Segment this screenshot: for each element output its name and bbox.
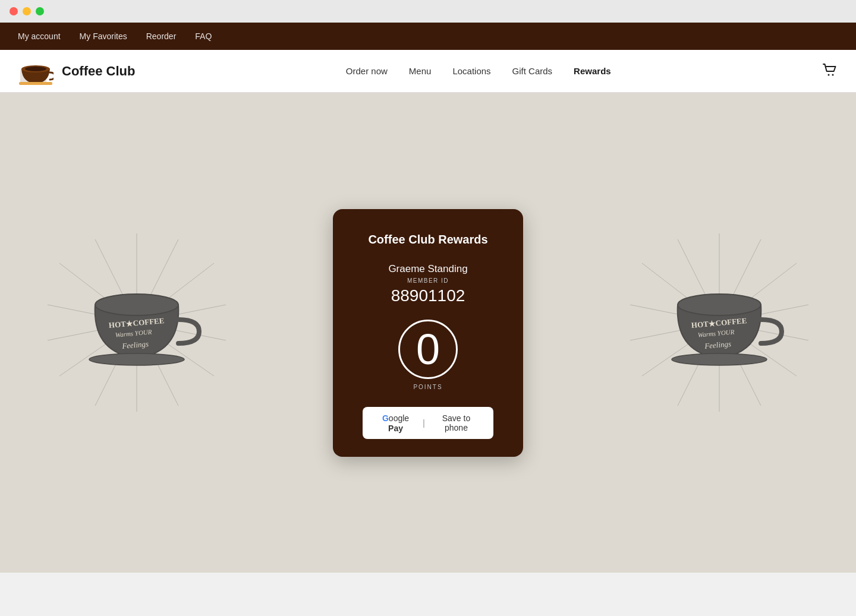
coffee-decoration-right: HOT★COFFEE Warms YOUR Feelings (618, 222, 820, 424)
nav-order-now[interactable]: Order now (346, 66, 388, 76)
top-nav-my-favorites[interactable]: My Favorites (80, 31, 127, 41)
points-label: POINTS (413, 384, 442, 390)
points-value: 0 (398, 320, 458, 379)
save-to-phone-button[interactable]: Google Pay | Save to phone (363, 407, 493, 439)
top-nav: My account My Favorites Reorder FAQ (0, 23, 856, 50)
minimize-button[interactable] (23, 7, 31, 15)
coffee-decoration-left: HOT★COFFEE Warms YOUR Feelings (36, 222, 238, 424)
svg-point-24 (89, 353, 184, 365)
nav-rewards[interactable]: Rewards (574, 66, 611, 76)
svg-point-5 (832, 74, 834, 75)
main-header: Coffee Club Order now Menu Locations Gif… (0, 50, 856, 93)
member-name: Graeme Standing (388, 263, 467, 275)
top-nav-faq[interactable]: FAQ (195, 31, 212, 41)
cart-icon[interactable] (822, 62, 838, 81)
gpay-logo: Google Pay (377, 413, 414, 433)
hero-section: HOT★COFFEE Warms YOUR Feelings (0, 93, 856, 573)
nav-gift-cards[interactable]: Gift Cards (512, 66, 553, 76)
svg-point-39 (678, 294, 761, 315)
btn-divider: | (423, 418, 425, 428)
logo-icon (18, 57, 54, 86)
svg-rect-3 (19, 82, 52, 85)
nav-menu[interactable]: Menu (409, 66, 432, 76)
nav-locations[interactable]: Locations (452, 66, 490, 76)
logo-link[interactable]: Coffee Club (18, 57, 135, 86)
top-nav-my-account[interactable]: My account (18, 31, 61, 41)
member-id-label: MEMBER ID (407, 277, 449, 284)
save-to-phone-label: Save to phone (433, 413, 479, 432)
svg-point-43 (672, 353, 767, 365)
top-nav-reorder[interactable]: Reorder (146, 31, 177, 41)
rewards-card-title: Coffee Club Rewards (368, 233, 487, 247)
svg-point-4 (828, 74, 830, 75)
main-nav: Order now Menu Locations Gift Cards Rewa… (346, 66, 611, 76)
svg-point-20 (95, 294, 178, 315)
brand-name: Coffee Club (62, 64, 135, 79)
window-chrome (0, 0, 856, 23)
maximize-button[interactable] (36, 7, 44, 15)
svg-point-2 (25, 67, 46, 71)
rewards-card: Coffee Club Rewards Graeme Standing MEMB… (333, 209, 523, 457)
member-id-value: 88901102 (391, 286, 465, 305)
close-button[interactable] (10, 7, 18, 15)
